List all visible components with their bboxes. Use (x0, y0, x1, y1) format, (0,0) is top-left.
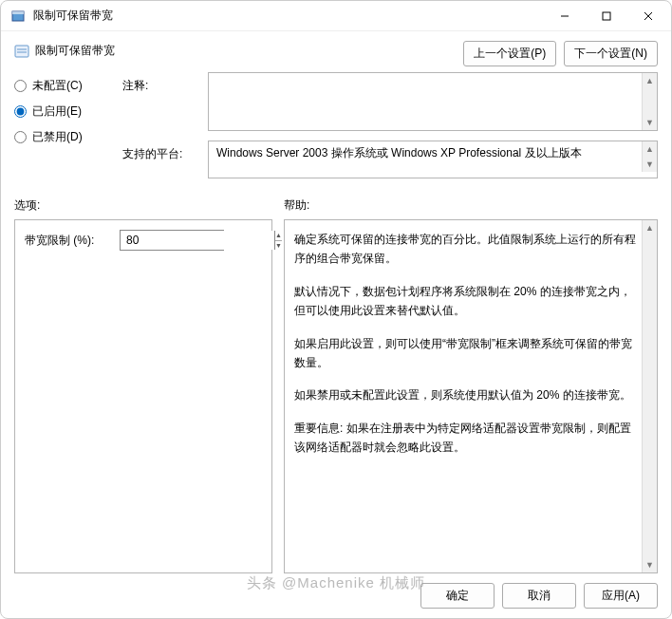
help-label: 帮助: (284, 197, 658, 214)
ok-button[interactable]: 确定 (420, 583, 495, 609)
help-text: 确定系统可保留的连接带宽的百分比。此值限制系统上运行的所有程序的组合带宽保留。 … (285, 220, 642, 572)
svg-rect-3 (603, 12, 610, 20)
radio-disabled[interactable]: 已禁用(D) (14, 129, 109, 145)
scroll-down-icon[interactable]: ▼ (643, 115, 657, 130)
spinner-down-button[interactable]: ▼ (275, 241, 282, 251)
options-label: 选项: (14, 197, 284, 214)
maximize-button[interactable] (586, 2, 627, 30)
help-panel: 确定系统可保留的连接带宽的百分比。此值限制系统上运行的所有程序的组合带宽保留。 … (284, 219, 658, 573)
scroll-down-icon[interactable]: ▼ (643, 157, 657, 172)
options-panel: 带宽限制 (%): ▲ ▼ (14, 219, 272, 573)
bandwidth-input[interactable] (121, 231, 274, 250)
close-button[interactable] (627, 2, 669, 30)
next-setting-button[interactable]: 下一个设置(N) (564, 41, 658, 66)
platform-box: Windows Server 2003 操作系统或 Windows XP Pro… (208, 141, 658, 178)
radio-enabled[interactable]: 已启用(E) (14, 103, 109, 120)
header-title: 限制可保留带宽 (35, 43, 115, 59)
window-title: 限制可保留带宽 (33, 8, 544, 24)
titlebar: 限制可保留带宽 (1, 1, 671, 31)
radio-not-configured[interactable]: 未配置(C) (14, 78, 109, 94)
scroll-down-icon[interactable]: ▼ (643, 557, 657, 572)
spinner-up-button[interactable]: ▲ (275, 231, 282, 241)
cancel-button[interactable]: 取消 (502, 583, 576, 609)
header-row: 限制可保留带宽 上一个设置(P) 下一个设置(N) (14, 39, 658, 66)
scroll-up-icon[interactable]: ▲ (643, 141, 657, 157)
state-radio-group: 未配置(C) 已启用(E) 已禁用(D) (14, 72, 109, 188)
scroll-up-icon[interactable]: ▲ (643, 73, 657, 88)
dialog-footer: 确定 取消 应用(A) (14, 581, 658, 609)
comment-label: 注释: (122, 72, 198, 131)
platform-label: 支持的平台: (122, 141, 198, 178)
comment-scrollbar[interactable]: ▲ ▼ (642, 73, 657, 130)
platform-scrollbar[interactable]: ▲ ▼ (642, 141, 657, 172)
comment-textarea[interactable]: ▲ ▼ (208, 72, 658, 131)
policy-icon (14, 44, 29, 59)
platform-text: Windows Server 2003 操作系统或 Windows XP Pro… (209, 141, 642, 165)
prev-setting-button[interactable]: 上一个设置(P) (463, 41, 556, 66)
bandwidth-spinner[interactable]: ▲ ▼ (120, 230, 224, 251)
svg-rect-1 (12, 11, 24, 14)
scroll-up-icon[interactable]: ▲ (643, 220, 657, 235)
bandwidth-label: 带宽限制 (%): (25, 233, 110, 249)
help-scrollbar[interactable]: ▲ ▼ (642, 220, 657, 572)
minimize-button[interactable] (544, 2, 586, 30)
svg-rect-6 (15, 46, 28, 57)
apply-button[interactable]: 应用(A) (584, 583, 658, 609)
window-icon (10, 9, 26, 24)
